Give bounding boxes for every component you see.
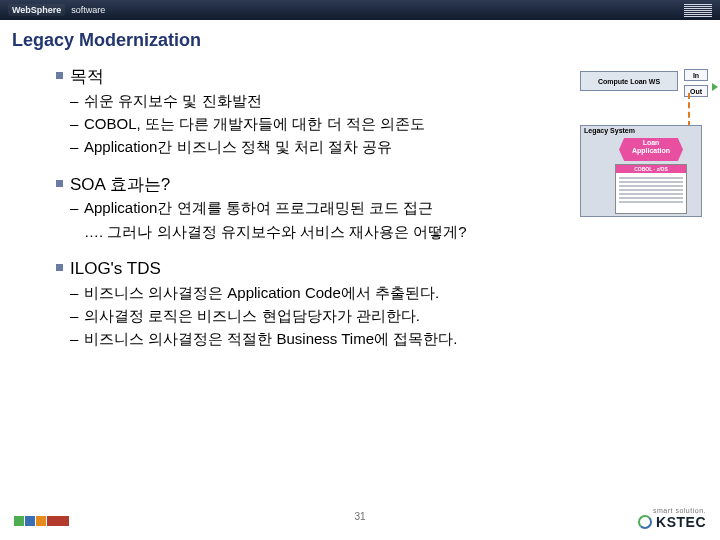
diagram-in-label: In bbox=[684, 69, 708, 81]
ilog-logo bbox=[14, 512, 70, 530]
list-item: 쉬운 유지보수 및 진화발전 bbox=[56, 89, 684, 112]
ibm-logo bbox=[684, 4, 712, 17]
list-item: 비즈니스 의사결정은 적절한 Business Time에 접목한다. bbox=[56, 327, 684, 350]
list-item-tail: …. 그러나 의사결정 유지보수와 서비스 재사용은 어떻게? bbox=[56, 220, 684, 243]
section-heading: SOA 효과는? bbox=[56, 173, 684, 197]
section-heading: 목적 bbox=[56, 65, 684, 89]
content-area: 목적 쉬운 유지보수 및 진화발전 COBOL, 또는 다른 개발자들에 대한 … bbox=[0, 65, 720, 495]
page-number: 31 bbox=[354, 511, 365, 522]
list-item: Application간 비즈니스 정책 및 처리 절차 공유 bbox=[56, 135, 684, 158]
section-heading: ILOG's TDS bbox=[56, 257, 684, 281]
websphere-mark: WebSphere bbox=[8, 4, 65, 16]
list-item: 의사결정 로직은 비즈니스 현업담당자가 관리한다. bbox=[56, 304, 684, 327]
footer: 31 smart solution. KSTEC bbox=[0, 492, 720, 540]
list-item: Application간 연계를 통하여 프로그래밍된 코드 접근 bbox=[56, 196, 684, 219]
kstec-tagline: smart solution. bbox=[638, 507, 706, 514]
top-bar: WebSphere software bbox=[0, 0, 720, 20]
topbar-tag: software bbox=[71, 5, 105, 15]
dashed-connector bbox=[688, 93, 691, 127]
diagram-out-label: Out bbox=[684, 85, 708, 97]
kstec-name: KSTEC bbox=[656, 514, 706, 530]
list-item: 비즈니스 의사결정은 Application Code에서 추출된다. bbox=[56, 281, 684, 304]
page-title: Legacy Modernization bbox=[12, 30, 708, 51]
arrow-icon bbox=[712, 83, 718, 91]
kstec-logo: smart solution. KSTEC bbox=[638, 507, 706, 530]
kstec-dot-icon bbox=[638, 515, 652, 529]
list-item: COBOL, 또는 다른 개발자들에 대한 더 적은 의존도 bbox=[56, 112, 684, 135]
